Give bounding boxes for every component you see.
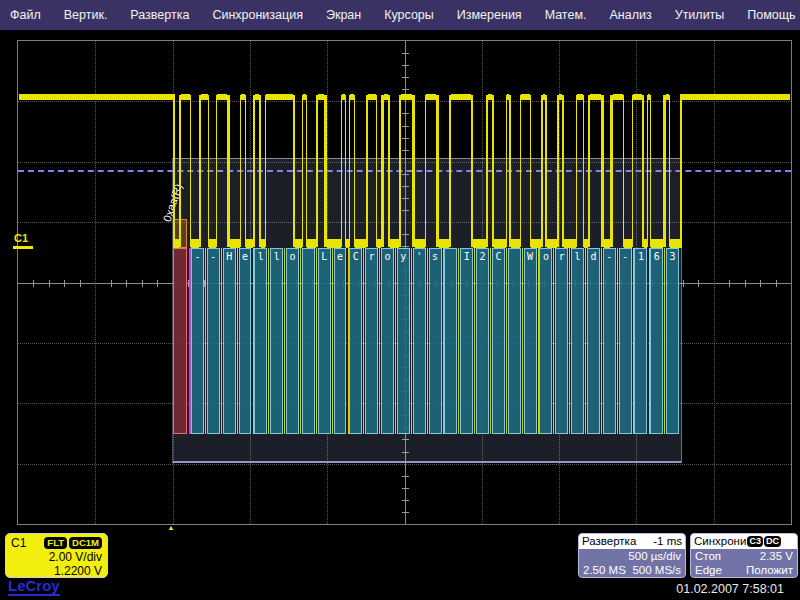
trace-segment (316, 95, 318, 247)
trace-segment (324, 95, 327, 247)
timebase-rate: 500 MS/s (632, 563, 681, 577)
trace-segment (682, 94, 790, 100)
trace-segment (576, 95, 577, 247)
trace-segment (266, 94, 293, 100)
channel1-offset-marker[interactable] (13, 246, 33, 249)
trace-segment (381, 95, 384, 247)
trace-segment (245, 95, 246, 247)
trace-segment (201, 94, 208, 100)
trace-segment (307, 239, 316, 248)
trace-segment (302, 95, 303, 247)
menu-item-help[interactable]: Помощь (747, 8, 795, 22)
trace-segment (530, 95, 531, 247)
trace-segment (521, 94, 530, 100)
trace-segment (623, 95, 624, 247)
trace-segment (345, 95, 346, 247)
trace-segment (663, 95, 666, 247)
trace-segment (265, 95, 266, 247)
trace-segment (509, 95, 511, 247)
trace-segment (366, 95, 368, 247)
trace-segment (613, 94, 623, 100)
trace-segment (191, 239, 199, 248)
trace-segment (181, 94, 190, 100)
trace-segment (355, 239, 366, 248)
trace-segment (401, 94, 412, 100)
trigger-slope: Положит (746, 563, 793, 577)
trace-segment (354, 95, 355, 247)
trigger-mode: Стоп (695, 549, 721, 563)
trace-segment (642, 95, 644, 247)
trace-segment (601, 95, 604, 247)
trace-segment (588, 95, 590, 247)
trace-segment (647, 95, 648, 247)
trace-segment (293, 95, 295, 247)
menu-item-utilities[interactable]: Утилиты (675, 8, 725, 22)
trace-segment (208, 95, 209, 247)
menu-item-vertical[interactable]: Вертик. (64, 8, 108, 22)
trace-segment (190, 95, 191, 247)
trace-segment (376, 95, 377, 247)
trace-segment (439, 239, 449, 248)
trace-segment (327, 239, 341, 248)
trace-segment (632, 95, 633, 247)
trace-segment (610, 95, 613, 247)
trace-segment (306, 95, 307, 247)
trigger-descriptor-box[interactable]: Синхрони C3 DC Стоп 2.35 V Edge Положит (690, 533, 798, 578)
trace-segment (425, 95, 426, 247)
trace-segment (295, 239, 302, 248)
trace-segment (680, 94, 682, 248)
trace-segment (227, 95, 230, 247)
trace-segment (449, 95, 451, 247)
trace-segment (412, 95, 415, 247)
menu-item-display[interactable]: Экран (326, 8, 361, 22)
trace-segment (590, 94, 601, 100)
trace-segment (473, 239, 486, 248)
waveform-display-area: 0xaa(R) --Hello LeCroy's I2C World--163 … (0, 30, 800, 530)
menu-item-file[interactable]: Файл (10, 8, 41, 22)
graticule: 0xaa(R) --Hello LeCroy's I2C World--163 (17, 40, 792, 525)
menu-item-trigger[interactable]: Синхронизация (212, 8, 303, 22)
trigger-type: Edge (695, 563, 722, 577)
channel1-name: C1 (11, 536, 26, 550)
trace-segment (399, 95, 401, 247)
channel1-volts-per-div: 2.00 V/div (11, 550, 102, 564)
oscilloscope-screen: ФайлВертик.РазверткаСинхронизацияЭкранКу… (0, 0, 800, 600)
trigger-coupling-badge: DC (764, 536, 781, 547)
trace-segment (651, 239, 663, 248)
channel1-axis-label[interactable]: C1 (14, 232, 28, 244)
trace-segment (230, 239, 240, 248)
trace-segment (486, 95, 488, 247)
menu-bar: ФайлВертик.РазверткаСинхронизацияЭкранКу… (0, 0, 800, 30)
channel1-descriptor-box[interactable]: C1 FLT DC1M 2.00 V/div 1.2200 V (5, 533, 108, 578)
menu-item-math[interactable]: Матем. (545, 8, 587, 22)
trace-segment (670, 239, 680, 248)
trace-segment (451, 94, 471, 100)
trace-segment (494, 239, 506, 248)
menu-item-analysis[interactable]: Анализ (609, 8, 651, 22)
channel1-coupling-badge: DC1M (69, 537, 102, 549)
trace-segment (624, 239, 632, 248)
trace-segment (415, 239, 425, 248)
channel1-filter-badge: FLT (44, 537, 67, 549)
timebase-descriptor-box[interactable]: Развертка -1 ms 500 µs/div 2.50 MS 500 M… (578, 533, 686, 578)
trigger-source-badge: C3 (747, 536, 763, 547)
timebase-delay: -1 ms (653, 534, 682, 549)
trace-segment (531, 239, 541, 248)
timebase-samples: 2.50 MS (583, 563, 626, 577)
trace-segment (199, 95, 201, 247)
trace-segment (426, 94, 436, 100)
trace-segment (669, 95, 670, 247)
trace-segment (173, 94, 175, 248)
trigger-level-value: 2.35 V (760, 549, 793, 563)
trace-segment (547, 239, 557, 248)
trace-segment (246, 239, 253, 248)
channel1-offset-value: 1.2200 V (11, 564, 102, 578)
trace-segment (341, 95, 342, 247)
menu-item-timebase[interactable]: Развертка (130, 8, 189, 22)
menu-item-cursors[interactable]: Курсоры (384, 8, 434, 22)
trace-segment (557, 95, 559, 247)
status-bar: C1 FLT DC1M 2.00 V/div 1.2200 V LeCroy Р… (0, 530, 800, 600)
trace-segment (253, 95, 255, 247)
trace-segment (259, 95, 261, 247)
menu-item-measure[interactable]: Измерения (457, 8, 522, 22)
